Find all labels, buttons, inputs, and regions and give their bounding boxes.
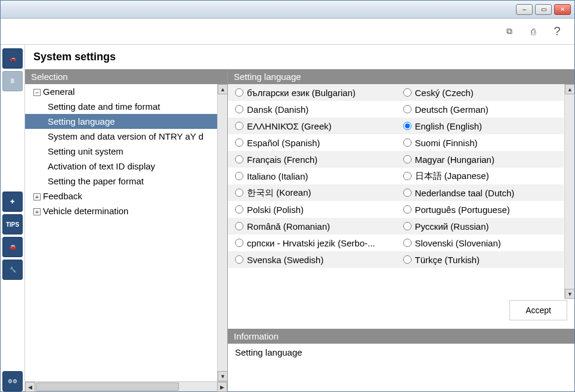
language-option[interactable]: Español (Spanish): [228, 134, 396, 151]
language-option[interactable]: Suomi (Finnish): [396, 134, 564, 151]
language-option[interactable]: ΕΛΛΗΝΙΚΌΣ (Greek): [228, 118, 396, 134]
language-option[interactable]: Dansk (Danish): [228, 101, 396, 118]
expand-icon[interactable]: +: [33, 208, 41, 215]
language-option[interactable]: Türkçe (Turkish): [396, 251, 564, 268]
language-radio[interactable]: [235, 155, 243, 163]
scroll-down-icon[interactable]: ▼: [218, 371, 227, 381]
language-option[interactable]: Nederlandse taal (Dutch): [396, 184, 564, 201]
tree-item-label: General: [43, 87, 75, 97]
language-radio[interactable]: [403, 88, 412, 97]
tree-item[interactable]: System and data version of NTRY aY d: [25, 129, 227, 144]
tree-item[interactable]: +Vehicle determination: [25, 203, 227, 218]
language-label: Slovenski (Slovenian): [415, 238, 501, 248]
tree-item-label: Setting language: [48, 116, 115, 126]
language-radio[interactable]: [235, 105, 243, 113]
nav-diag-icon[interactable]: ✚: [2, 192, 23, 212]
expand-icon[interactable]: +: [33, 193, 41, 200]
language-radio[interactable]: [403, 189, 412, 197]
language-radio[interactable]: [403, 205, 412, 214]
tree-item-label: Setting date and time format: [48, 101, 160, 112]
titlebar: – ▭ ✕: [1, 1, 574, 18]
language-radio[interactable]: [235, 189, 243, 197]
language-radio[interactable]: [403, 122, 412, 130]
selection-panel: Selection −GeneralSetting date and time …: [25, 69, 228, 391]
language-option[interactable]: Română (Romanian): [228, 218, 396, 234]
collapse-icon[interactable]: −: [33, 89, 41, 96]
scroll-thumb[interactable]: [36, 382, 179, 391]
language-label: 한국의 (Korean): [247, 187, 311, 199]
information-header: Information: [228, 329, 574, 344]
language-radio[interactable]: [403, 239, 412, 247]
scroll-down-icon[interactable]: ▼: [565, 289, 574, 299]
language-label: български език (Bulgarian): [247, 88, 355, 98]
language-radio[interactable]: [235, 88, 243, 97]
nav-tips-icon[interactable]: TIPS: [2, 214, 23, 234]
language-option[interactable]: Polski (Polish): [228, 201, 396, 218]
close-button[interactable]: ✕: [554, 4, 571, 15]
nav-tool-icon[interactable]: 🔧: [2, 260, 23, 280]
nav-gears-icon[interactable]: ⚙⚙: [2, 371, 23, 391]
language-label: Español (Spanish): [247, 138, 320, 148]
language-option[interactable]: Français (French): [228, 151, 396, 168]
language-radio[interactable]: [403, 138, 412, 147]
minimize-button[interactable]: –: [516, 4, 533, 15]
language-option[interactable]: 日本語 (Japanese): [396, 168, 564, 184]
language-option[interactable]: български език (Bulgarian): [228, 84, 396, 101]
tree-scrollbar[interactable]: ▲ ▼: [217, 84, 227, 381]
nav-car2-icon[interactable]: 🚘: [2, 237, 23, 257]
tree-item[interactable]: Setting language: [25, 114, 227, 129]
language-label: Română (Romanian): [247, 221, 330, 232]
tree-item[interactable]: Activation of text ID display: [25, 159, 227, 174]
tree-item-label: Setting unit system: [48, 146, 123, 156]
page-title: System settings: [25, 45, 574, 69]
language-radio[interactable]: [403, 255, 412, 264]
language-option[interactable]: Magyar (Hungarian): [396, 151, 564, 168]
language-option[interactable]: Русский (Russian): [396, 218, 564, 234]
language-label: Magyar (Hungarian): [415, 155, 494, 165]
nav-doc-icon[interactable]: ≣: [2, 71, 23, 91]
language-option[interactable]: Slovenski (Slovenian): [396, 234, 564, 251]
scroll-up-icon[interactable]: ▲: [218, 84, 227, 94]
language-radio[interactable]: [235, 172, 243, 180]
scroll-left-icon[interactable]: ◀: [25, 382, 35, 392]
language-column-left: български език (Bulgarian)Dansk (Danish)…: [228, 84, 396, 299]
maximize-button[interactable]: ▭: [535, 4, 552, 15]
language-option[interactable]: Português (Portuguese): [396, 201, 564, 218]
scroll-right-icon[interactable]: ▶: [217, 382, 227, 392]
tree-item[interactable]: Setting date and time format: [25, 99, 227, 114]
tree-item[interactable]: +Feedback: [25, 189, 227, 203]
language-option[interactable]: Italiano (Italian): [228, 168, 396, 184]
language-radio[interactable]: [235, 239, 243, 247]
language-radio[interactable]: [403, 172, 412, 180]
language-radio[interactable]: [403, 222, 412, 230]
app-window: – ▭ ✕ ⧉ ⎙ ? 🚗 ≣ ✚ TIPS 🚘 🔧 ⚙⚙ System set…: [0, 0, 575, 392]
scroll-up-icon[interactable]: ▲: [565, 84, 574, 94]
help-icon[interactable]: ?: [551, 25, 564, 38]
language-option[interactable]: српски - Hrvatski jezik (Serbo-...: [228, 234, 396, 251]
tree-hscrollbar[interactable]: ◀ ▶: [25, 381, 227, 391]
language-option[interactable]: Svenska (Swedish): [228, 251, 396, 268]
print-icon[interactable]: ⎙: [527, 25, 540, 38]
language-radio[interactable]: [403, 105, 412, 113]
language-radio[interactable]: [235, 138, 243, 147]
body-area: 🚗 ≣ ✚ TIPS 🚘 🔧 ⚙⚙ System settings Select…: [1, 45, 574, 391]
tree-item[interactable]: Setting unit system: [25, 144, 227, 159]
language-radio[interactable]: [403, 155, 412, 163]
language-radio[interactable]: [235, 255, 243, 264]
language-option[interactable]: Deutsch (German): [396, 101, 564, 118]
nav-car-icon[interactable]: 🚗: [2, 48, 23, 69]
language-label: Français (French): [247, 155, 317, 165]
tree-item[interactable]: Setting the paper format: [25, 174, 227, 189]
language-radio[interactable]: [235, 122, 243, 130]
language-radio[interactable]: [235, 205, 243, 214]
language-option[interactable]: English (English): [396, 118, 564, 134]
language-label: 日本語 (Japanese): [415, 171, 489, 182]
copy-icon[interactable]: ⧉: [503, 25, 516, 38]
language-option[interactable]: Ceský (Czech): [396, 84, 564, 101]
language-label: Nederlandse taal (Dutch): [415, 188, 515, 198]
language-scrollbar[interactable]: ▲ ▼: [564, 84, 574, 299]
accept-button[interactable]: Accept: [509, 300, 567, 320]
language-option[interactable]: 한국의 (Korean): [228, 184, 396, 201]
tree-item[interactable]: −General: [25, 84, 227, 99]
language-radio[interactable]: [235, 222, 243, 230]
